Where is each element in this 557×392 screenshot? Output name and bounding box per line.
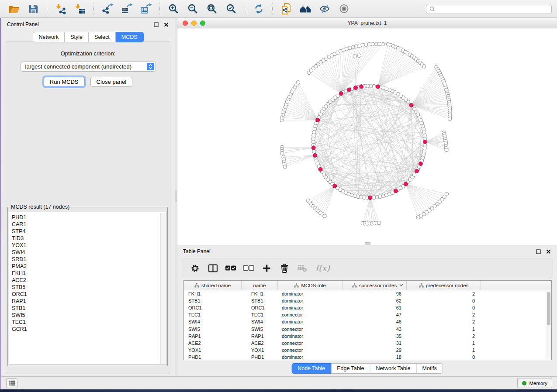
table-row[interactable]: ACE2ACE2connector311 [184, 340, 551, 347]
minimize-window-icon[interactable] [191, 21, 197, 26]
mcds-node[interactable] [360, 85, 363, 89]
graph-node[interactable] [412, 107, 416, 111]
save-session-button[interactable] [24, 1, 42, 16]
show-all-networks-button[interactable] [297, 1, 314, 16]
mcds-node[interactable] [347, 88, 351, 92]
graph-node[interactable] [353, 55, 356, 58]
column-header-shared-name[interactable]: shared name [184, 281, 242, 290]
table-row[interactable]: RAP1RAP1dominator352 [184, 333, 551, 340]
zoom-selected-button[interactable] [222, 1, 240, 16]
mcds-result-item[interactable]: TEC1 [12, 319, 160, 326]
close-panel-button[interactable]: Close panel [90, 77, 133, 87]
table-scrollbar-thumb[interactable] [547, 292, 550, 325]
show-column-panel-button[interactable] [207, 262, 218, 274]
mcds-node[interactable] [354, 86, 358, 89]
mcds-result-item[interactable]: STB5 [12, 284, 160, 291]
table-tab-edge-table[interactable]: Edge Table [331, 363, 370, 374]
delete-table-button[interactable] [297, 262, 308, 274]
optimization-criterion-select[interactable]: largest connected component (undirected) [21, 62, 156, 72]
graph-node[interactable] [377, 221, 381, 225]
table-row[interactable]: YOX1YOX1connector291 [184, 347, 551, 354]
table-settings-button[interactable] [189, 262, 201, 274]
table-row[interactable]: ORC1ORC1dominator610 [184, 304, 551, 311]
mcds-result-item[interactable]: YOX1 [12, 242, 160, 249]
table-row[interactable]: PHD1PHD1dominator180 [184, 354, 551, 360]
run-mcds-button[interactable]: Run MCDS [44, 77, 85, 87]
mcds-node[interactable] [409, 103, 413, 107]
import-network-button[interactable] [52, 1, 69, 16]
graph-node[interactable] [448, 117, 451, 120]
deselect-all-rows-button[interactable] [243, 262, 254, 274]
memory-button[interactable]: Memory [517, 378, 552, 388]
graph-node[interactable] [354, 45, 358, 48]
export-table-button[interactable] [118, 1, 135, 16]
mcds-node[interactable] [419, 162, 422, 166]
mcds-node[interactable] [423, 140, 427, 144]
graph-node[interactable] [374, 42, 378, 46]
mcds-result-item[interactable]: STP4 [12, 228, 160, 235]
graph-node[interactable] [381, 42, 384, 46]
create-column-button[interactable] [261, 262, 272, 274]
zoom-fit-button[interactable] [203, 1, 221, 16]
mcds-node[interactable] [318, 168, 322, 172]
show-selected-button[interactable] [335, 1, 353, 16]
graph-node[interactable] [312, 150, 316, 153]
mcds-result-item[interactable]: SRD1 [12, 256, 160, 263]
float-table-panel-icon[interactable] [535, 248, 541, 254]
network-graph[interactable] [177, 28, 557, 245]
mcds-result-item[interactable]: ORC1 [12, 291, 160, 298]
graph-node[interactable] [364, 43, 368, 46]
mcds-node[interactable] [404, 182, 408, 186]
select-all-rows-button[interactable] [225, 262, 236, 274]
result-list-scrollbar[interactable] [160, 213, 166, 364]
graph-node[interactable] [371, 42, 374, 46]
close-panel-icon[interactable] [163, 21, 169, 28]
table-row[interactable]: TEC1TEC1connector472 [184, 311, 551, 318]
table-tab-network-table[interactable]: Network Table [370, 363, 417, 374]
mcds-node[interactable] [376, 85, 380, 89]
graph-node[interactable] [283, 165, 287, 168]
search-input[interactable] [437, 5, 548, 12]
table-row[interactable]: FKH1FKH1dominator962 [184, 290, 551, 297]
graph-node[interactable] [378, 42, 381, 46]
network-titlebar[interactable]: YPA_prune.txt_1 [177, 18, 557, 28]
column-header-predecessor-nodes[interactable]: predecessor nodes [407, 281, 481, 290]
copy-network-button[interactable] [277, 1, 295, 16]
graph-node[interactable] [422, 65, 426, 68]
export-network-button[interactable] [99, 1, 116, 16]
graph-node[interactable] [351, 45, 355, 49]
column-header-name[interactable]: name [242, 281, 278, 290]
close-window-icon[interactable] [183, 21, 188, 26]
mcds-result-item[interactable]: TID3 [12, 235, 160, 242]
open-file-button[interactable] [5, 1, 23, 16]
mcds-result-item[interactable]: STB1 [12, 305, 160, 312]
mcds-result-item[interactable]: PMA2 [12, 263, 160, 270]
mcds-node[interactable] [394, 189, 398, 193]
refresh-view-button[interactable] [250, 1, 267, 16]
import-table-button[interactable] [71, 1, 89, 16]
mcds-node[interactable] [333, 184, 337, 188]
table-row[interactable]: STB1STB1dominator620 [184, 297, 551, 304]
mcds-result-item[interactable]: SWI4 [12, 249, 160, 256]
tab-network[interactable]: Network [32, 32, 65, 42]
float-panel-icon[interactable] [153, 21, 159, 28]
mcds-result-list[interactable]: PHD1CAR1STP4TID3YOX1SWI4SRD1PMA2FKH1ACE2… [9, 212, 166, 365]
export-image-button[interactable] [137, 1, 155, 16]
table-tab-node-table[interactable]: Node Table [291, 363, 331, 374]
column-header-successor-nodes[interactable]: successor nodes [343, 281, 407, 290]
mcds-node[interactable] [368, 196, 372, 199]
mcds-node[interactable] [313, 153, 317, 157]
table-row[interactable]: SWI5SWI5connector431 [184, 325, 551, 332]
hide-selected-button[interactable] [316, 1, 333, 16]
mcds-node[interactable] [311, 146, 315, 150]
mcds-node[interactable] [339, 92, 343, 96]
graph-node[interactable] [368, 42, 371, 46]
mcds-node[interactable] [316, 118, 320, 122]
graph-node[interactable] [445, 193, 448, 196]
tab-select[interactable]: Select [89, 32, 116, 42]
graph-node[interactable] [323, 214, 326, 218]
graph-node[interactable] [358, 44, 361, 47]
tab-mcds[interactable]: MCDS [116, 32, 144, 42]
mcds-result-item[interactable]: RAP1 [12, 298, 160, 305]
table-tab-motifs[interactable]: Motifs [416, 363, 443, 374]
